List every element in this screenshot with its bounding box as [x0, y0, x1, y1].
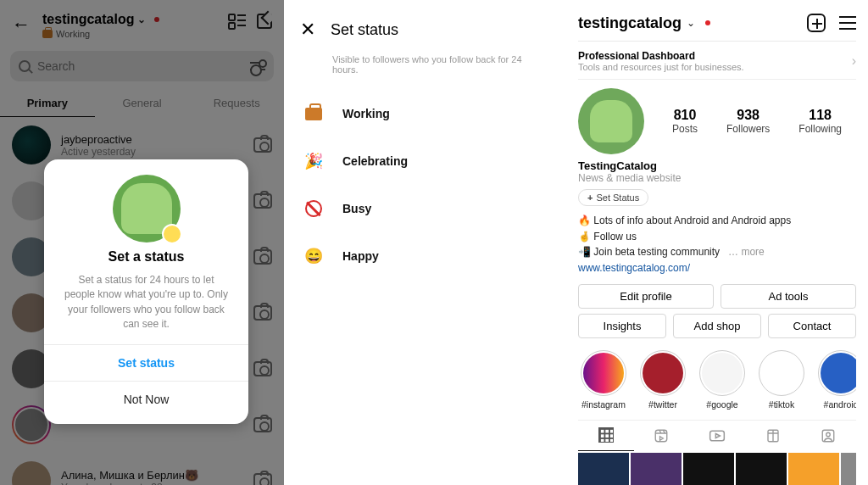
modal-description: Set a status for 24 hours to let people …	[63, 273, 230, 332]
professional-dashboard-row[interactable]: Professional Dashboard Tools and resourc…	[578, 42, 856, 80]
set-status-button[interactable]: Set status	[59, 345, 233, 381]
notification-dot-icon	[705, 20, 710, 25]
smile-emoji-icon	[162, 224, 182, 244]
bio-more[interactable]: … more	[728, 246, 765, 258]
close-icon[interactable]: ✕	[300, 19, 315, 41]
no-entry-icon	[305, 200, 322, 217]
tab-guides[interactable]	[745, 421, 801, 451]
tab-tagged[interactable]	[800, 421, 856, 451]
tab-grid[interactable]	[578, 421, 634, 451]
status-option-busy[interactable]: Busy	[285, 185, 565, 232]
highlight[interactable]: #tiktok	[756, 350, 807, 410]
bio-link[interactable]: www.testingcatalog.com/	[578, 260, 856, 276]
stat-followers[interactable]: 938 Followers	[726, 108, 770, 135]
profile-grid-tabs	[578, 420, 856, 451]
set-status-pill[interactable]: + Set Status	[578, 189, 648, 206]
username[interactable]: testingcatalog	[578, 14, 682, 32]
set-status-screen: ✕ Set status Visible to followers who yo…	[285, 0, 566, 485]
tab-reels[interactable]	[634, 421, 690, 451]
chevron-down-icon[interactable]: ⌄	[687, 17, 695, 29]
highlight[interactable]: #twitter	[637, 350, 688, 410]
posts-grid	[578, 453, 856, 485]
highlight[interactable]: #android	[815, 350, 856, 410]
status-option-happy[interactable]: 😄 Happy	[285, 232, 565, 280]
bio: 🔥 Lots of info about Android and Android…	[578, 213, 856, 276]
profile-avatar[interactable]	[578, 88, 644, 154]
laughing-emoji-icon: 😄	[303, 246, 324, 266]
post-thumbnail[interactable]	[788, 453, 839, 485]
post-thumbnail[interactable]	[578, 453, 629, 485]
briefcase-icon	[305, 108, 322, 120]
dm-screen: ← testingcatalog ⌄ Working Search	[0, 0, 285, 485]
create-icon[interactable]	[807, 14, 826, 32]
modal-title: Set a status	[59, 249, 233, 265]
stat-posts[interactable]: 810 Posts	[672, 108, 698, 135]
ad-tools-button[interactable]: Ad tools	[721, 284, 856, 309]
chevron-right-icon: ›	[852, 53, 856, 69]
add-shop-button[interactable]: Add shop	[673, 314, 761, 338]
account-category: News & media website	[578, 172, 856, 184]
party-popper-icon: 🎉	[303, 151, 324, 171]
svg-point-4	[826, 433, 831, 438]
edit-profile-button[interactable]: Edit profile	[578, 284, 714, 309]
highlight[interactable]: #google	[697, 350, 748, 410]
tab-video[interactable]	[689, 421, 745, 451]
insights-button[interactable]: Insights	[578, 314, 666, 338]
post-thumbnail[interactable]	[631, 453, 682, 485]
page-title: Set status	[331, 21, 398, 39]
stat-following[interactable]: 118 Following	[798, 108, 842, 135]
menu-icon[interactable]	[839, 22, 856, 24]
post-thumbnail[interactable]	[736, 453, 787, 485]
contact-button[interactable]: Contact	[768, 314, 856, 338]
highlight[interactable]: #instagram	[578, 350, 629, 410]
status-option-celebrating[interactable]: 🎉 Celebrating	[285, 137, 565, 185]
post-thumbnail[interactable]	[841, 453, 856, 485]
status-visibility-note: Visible to followers who you follow back…	[285, 49, 565, 90]
svg-rect-3	[822, 431, 834, 443]
display-name: TestingCatalog	[578, 159, 856, 172]
set-status-modal: Set a status Set a status for 24 hours t…	[44, 159, 248, 424]
highlights-tray: #instagram#twitter#google#tiktok#android	[578, 347, 856, 416]
status-option-working[interactable]: Working	[285, 90, 565, 137]
post-thumbnail[interactable]	[683, 453, 734, 485]
svg-rect-1	[710, 432, 725, 442]
profile-screen: testingcatalog ⌄ Professional Dashboard …	[566, 0, 868, 485]
not-now-button[interactable]: Not Now	[59, 382, 233, 417]
